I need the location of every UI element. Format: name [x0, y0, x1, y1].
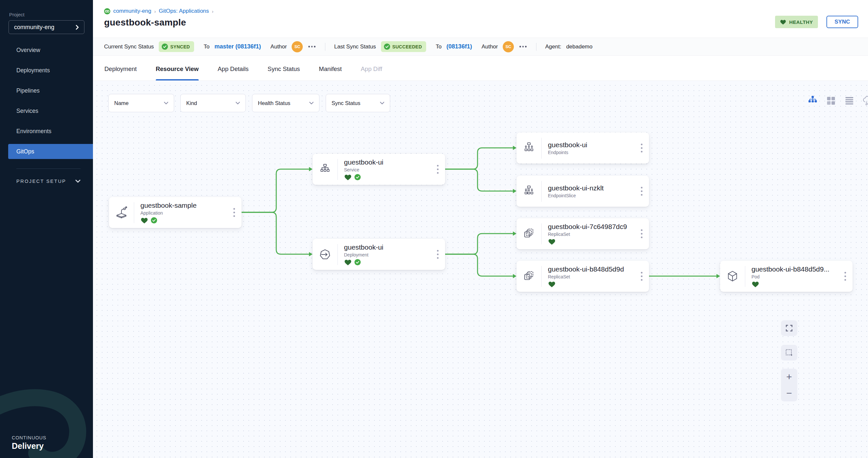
sidebar-item-deployments[interactable]: Deployments [0, 60, 93, 80]
tree-view-button[interactable] [806, 95, 819, 107]
project-selector[interactable]: community-eng [8, 20, 85, 34]
zoom-out-button[interactable]: − [786, 388, 792, 398]
node-menu-button[interactable] [639, 269, 645, 283]
tab-sync-status[interactable]: Sync Status [268, 56, 300, 80]
main-content: community-eng › GitOps: Applications › g… [93, 0, 868, 458]
filter-bar: Name Kind Health Status Sync Status [108, 94, 390, 112]
current-more-menu[interactable] [308, 44, 316, 50]
tab-app-details[interactable]: App Details [218, 56, 249, 80]
current-sync-target-link[interactable]: master (08136f1) [214, 43, 261, 50]
list-view-icon [843, 95, 855, 107]
node-application[interactable]: guestbook-sample Application [109, 197, 242, 228]
filter-health-status-dropdown[interactable]: Health Status [252, 94, 319, 112]
node-kind: Application [141, 210, 231, 216]
filter-kind-dropdown[interactable]: Kind [180, 94, 246, 112]
pod-icon [720, 269, 745, 283]
last-author-avatar[interactable]: SC [503, 41, 514, 52]
project-label: Project [9, 12, 25, 17]
filter-label: Sync Status [332, 100, 360, 106]
project-setup-toggle[interactable]: PROJECT SETUP [17, 178, 81, 184]
product-logo: CONTINUOUS Delivery [12, 435, 46, 451]
tab-deployment[interactable]: Deployment [104, 56, 137, 80]
node-menu-button[interactable] [435, 162, 440, 176]
node-kind: ReplicaSet [548, 274, 639, 280]
zoom-in-button[interactable]: + [786, 372, 792, 382]
node-menu-button[interactable] [639, 141, 645, 155]
node-replicaset-b848d5d9d[interactable]: guestbook-ui-b848d5d9d ReplicaSet [517, 261, 649, 292]
tab-manifest[interactable]: Manifest [319, 56, 342, 80]
node-title: guestbook-ui [548, 141, 639, 149]
succeeded-badge: SUCCEEDED [381, 41, 427, 52]
marquee-select-icon [784, 348, 794, 358]
page-header: community-eng › GitOps: Applications › g… [93, 0, 868, 38]
node-kind: Pod [751, 274, 842, 280]
sidebar-item-overview[interactable]: Overview [0, 40, 93, 60]
synced-check-icon [354, 174, 361, 180]
last-sync-target-link[interactable]: (08136f1) [446, 43, 472, 50]
node-kind: Endpoints [548, 150, 639, 155]
node-service[interactable]: guestbook-ui Service [313, 154, 445, 185]
sync-status-bar: Current Sync Status SYNCED To master (08… [93, 38, 868, 56]
node-menu-button[interactable] [639, 227, 645, 241]
last-to-label: To [436, 43, 441, 50]
sidebar-item-environments[interactable]: Environments [0, 121, 93, 141]
fullscreen-icon [784, 323, 794, 333]
node-menu-button[interactable] [639, 184, 645, 198]
tab-resource-view[interactable]: Resource View [156, 56, 199, 80]
synced-badge-label: SYNCED [170, 44, 190, 50]
healthy-heart-icon [344, 174, 352, 181]
node-kind: Service [344, 167, 435, 172]
node-title: guestbook-ui-7c64987dc9 [548, 223, 639, 231]
cloud-view-icon [862, 94, 868, 107]
node-title: guestbook-sample [141, 201, 231, 209]
status-divider [536, 43, 536, 51]
list-view-button[interactable] [843, 95, 856, 107]
sidebar-item-services[interactable]: Services [0, 101, 93, 121]
fullscreen-button[interactable] [781, 320, 797, 336]
node-endpoints[interactable]: guestbook-ui Endpoints [517, 132, 649, 164]
sidebar-item-label: Services [17, 108, 38, 115]
zoom-controls: + − [781, 369, 797, 401]
node-pod[interactable]: guestbook-ui-b848d5d9... Pod [720, 261, 852, 292]
project-setup-label: PROJECT SETUP [17, 178, 66, 184]
header-actions: HEALTHY SYNC [775, 16, 858, 28]
filter-label: Name [114, 100, 129, 106]
sidebar-item-gitops[interactable]: GitOps [8, 144, 93, 159]
marquee-select-button[interactable] [781, 345, 797, 361]
sidebar-item-label: Environments [17, 128, 52, 135]
chevron-down-icon [75, 179, 81, 183]
breadcrumb-separator: › [212, 8, 213, 14]
breadcrumb-separator: › [154, 8, 156, 14]
filter-sync-status-dropdown[interactable]: Sync Status [326, 94, 390, 112]
service-icon [313, 163, 337, 176]
last-author-label: Author [482, 43, 498, 50]
healthy-heart-icon [548, 281, 556, 288]
node-deployment[interactable]: guestbook-ui Deployment [313, 239, 445, 270]
product-logo-bottom: Delivery [12, 441, 46, 451]
project-selector-value: community-eng [14, 24, 54, 31]
breadcrumb-section-link[interactable]: GitOps: Applications [159, 8, 209, 14]
grid-view-button[interactable] [825, 95, 837, 107]
node-menu-button[interactable] [231, 205, 237, 220]
resource-graph-canvas[interactable]: Name Kind Health Status Sync Status [93, 81, 868, 458]
filter-name-dropdown[interactable]: Name [108, 94, 174, 112]
healthy-heart-icon [344, 259, 352, 266]
breadcrumb-project-link[interactable]: community-eng [113, 8, 151, 14]
sidebar-nav: Overview Deployments Pipelines Services … [0, 40, 93, 162]
tab-label: Sync Status [268, 65, 300, 73]
current-author-avatar[interactable]: SC [291, 41, 303, 52]
last-more-menu[interactable] [519, 44, 527, 50]
sync-button[interactable]: SYNC [827, 16, 858, 28]
check-circle-icon [384, 43, 390, 50]
node-replicaset-7c64987dc9[interactable]: guestbook-ui-7c64987dc9 ReplicaSet [517, 218, 649, 249]
breadcrumb: community-eng › GitOps: Applications › [104, 8, 868, 14]
sidebar-item-pipelines[interactable]: Pipelines [0, 80, 93, 101]
current-to-label: To [204, 43, 210, 50]
node-kind: ReplicaSet [548, 232, 639, 237]
node-endpointslice[interactable]: guestbook-ui-nzklt EndpointSlice [517, 176, 649, 207]
node-menu-button[interactable] [435, 247, 440, 261]
synced-check-icon [151, 217, 157, 223]
health-status-label: HEALTHY [789, 19, 813, 25]
node-menu-button[interactable] [842, 269, 848, 283]
cloud-view-button[interactable] [862, 95, 868, 107]
